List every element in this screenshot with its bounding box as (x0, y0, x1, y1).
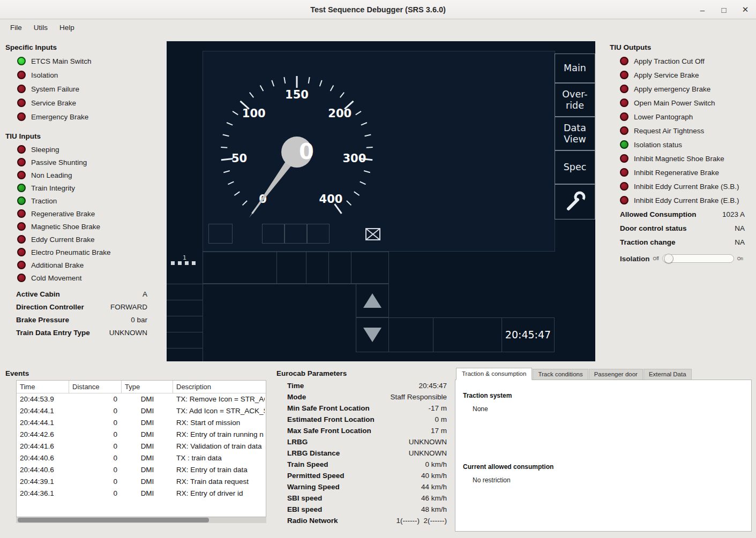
led-indicator[interactable] (17, 112, 26, 121)
input-row[interactable]: ETCS Main Switch (5, 54, 166, 68)
event-row[interactable]: 20:44:40.60DMIRX: Entry of train data (17, 464, 266, 476)
tab-traction-consumption[interactable]: Traction & consumption (456, 368, 532, 380)
isolation-off-label: Off (653, 256, 659, 261)
led-indicator (620, 182, 628, 191)
maximize-button[interactable]: □ (718, 5, 729, 14)
input-row[interactable]: Non Leading (5, 169, 166, 181)
field-value: 46 km/h (421, 494, 447, 502)
event-row[interactable]: 20:44:39.10DMIRX: Train data request (17, 476, 266, 488)
isolation-slider[interactable] (662, 254, 734, 263)
led-indicator[interactable] (17, 209, 26, 218)
isolation-slider-knob[interactable] (664, 254, 673, 263)
input-label: Cold Movement (31, 274, 82, 282)
led-indicator[interactable] (17, 171, 26, 179)
svg-text:100: 100 (242, 107, 266, 120)
scroll-up-button[interactable] (356, 284, 389, 317)
window-controls: – □ ✕ (697, 0, 751, 19)
event-distance: 0 (69, 464, 122, 476)
field-label: Door control status (620, 224, 687, 232)
dmi-data-view-button[interactable]: Data View (555, 117, 595, 150)
level-square (171, 261, 175, 265)
status-field: Brake Pressure0 bar (5, 313, 147, 326)
input-row[interactable]: Isolation (5, 68, 166, 82)
input-row[interactable]: Passive Shunting (5, 156, 166, 169)
event-row[interactable]: 20:44:36.10DMIRX: Entry of driver id (17, 488, 266, 499)
event-row[interactable]: 20:44:42.60DMIRX: Entry of train running… (17, 429, 266, 441)
input-row[interactable]: Electro Pneumatic Brake (5, 246, 166, 259)
led-indicator[interactable] (17, 57, 26, 65)
input-row[interactable]: Cold Movement (5, 271, 166, 284)
tab-passenger-door[interactable]: Passenger door (589, 369, 643, 380)
led-indicator[interactable] (17, 235, 26, 244)
event-row[interactable]: 20:44:40.60DMITX : train data (17, 452, 266, 464)
led-indicator[interactable] (17, 158, 26, 166)
input-row[interactable]: Emergency Brake (5, 110, 166, 124)
minimize-button[interactable]: – (697, 5, 708, 14)
menu-utils[interactable]: Utils (28, 21, 54, 34)
eurocab-field: Time20:45:47 (276, 380, 447, 391)
led-indicator[interactable] (17, 196, 26, 205)
tab-external-data[interactable]: External Data (643, 369, 692, 380)
dmi-override-button[interactable]: Over-ride (555, 83, 595, 117)
led-indicator[interactable] (17, 85, 26, 93)
dmi-spec-button[interactable]: Spec (555, 150, 595, 184)
isolation-on-label: On (737, 256, 743, 261)
input-row[interactable]: Traction (5, 194, 166, 207)
close-button[interactable]: ✕ (740, 5, 751, 14)
event-type: DMI (122, 441, 173, 452)
menu-file[interactable]: File (4, 21, 28, 34)
led-indicator[interactable] (17, 145, 26, 154)
input-row[interactable]: Eddy Current Brake (5, 233, 166, 246)
dmi-button-label: Spec (564, 162, 587, 172)
field-label: SBI speed (287, 494, 322, 502)
input-label: Passive Shunting (31, 158, 87, 166)
event-type: DMI (122, 488, 173, 499)
titlebar: Test Sequence Debugger (SRS 3.6.0) – □ ✕ (0, 0, 756, 19)
allowed-consumption-value: No restriction (473, 476, 511, 484)
down-arrow-icon (363, 328, 381, 342)
field-label: Mode (287, 393, 306, 401)
input-row[interactable]: Service Brake (5, 96, 166, 110)
input-row[interactable]: Train Integrity (5, 181, 166, 194)
dmi-button-label: Over-ride (555, 89, 595, 110)
input-row[interactable]: Sleeping (5, 143, 166, 156)
led-indicator[interactable] (17, 274, 26, 282)
event-type: DMI (122, 464, 173, 476)
led-indicator[interactable] (17, 222, 26, 231)
scroll-down-button[interactable] (356, 317, 389, 352)
led-indicator (620, 140, 628, 149)
dmi-settings-button[interactable] (555, 184, 595, 219)
tab-track-conditions[interactable]: Track conditions (533, 369, 588, 380)
status-field: Active CabinA (5, 287, 147, 300)
dmi-main-button[interactable]: Main (555, 54, 595, 83)
event-distance: 0 (69, 488, 122, 499)
menu-help[interactable]: Help (54, 21, 80, 34)
output-row: Isolation status (610, 138, 745, 151)
led-indicator[interactable] (17, 248, 26, 256)
event-row[interactable]: 20:44:44.10DMITX: Add Icon = STR_ACK_S (17, 405, 266, 417)
wrench-icon (563, 191, 587, 213)
led-indicator[interactable] (17, 71, 26, 79)
led-indicator[interactable] (17, 261, 26, 269)
input-row[interactable]: Magnetic Shoe Brake (5, 220, 166, 233)
led-indicator[interactable] (17, 184, 26, 192)
eurocab-field: Radio Network1(------) 2(------) (276, 515, 447, 526)
event-row[interactable]: 20:44:53.90DMITX: Remove Icon = STR_AC (17, 393, 266, 405)
input-label: Additional Brake (31, 261, 84, 269)
event-row[interactable]: 20:44:44.10DMIRX: Start of mission (17, 417, 266, 429)
output-label: Open Main Power Switch (634, 99, 715, 107)
eurocab-field: Train Speed0 km/h (276, 459, 447, 470)
event-description: RX: Train data request (173, 476, 265, 488)
eurocab-panel: Eurocab Parameters Time20:45:47 ModeStaf… (276, 367, 447, 526)
event-row[interactable]: 20:44:41.60DMIRX: Validation of train da… (17, 441, 266, 452)
input-row[interactable]: Regenerative Brake (5, 207, 166, 220)
led-indicator[interactable] (17, 98, 26, 107)
horizontal-scrollbar[interactable] (16, 517, 266, 523)
dmi-grid-line (167, 300, 203, 300)
input-row[interactable]: Additional Brake (5, 259, 166, 271)
scrollbar-thumb[interactable] (18, 518, 209, 522)
input-row[interactable]: System Failure (5, 82, 166, 96)
tiu-inputs-title: TIU Inputs (5, 132, 166, 140)
event-type: DMI (122, 452, 173, 464)
led-indicator (620, 57, 628, 65)
